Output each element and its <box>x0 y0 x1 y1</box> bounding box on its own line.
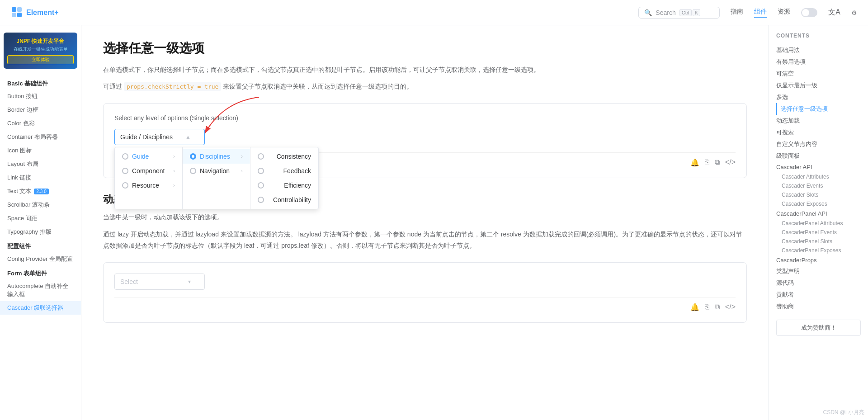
chevron-right-icon: › <box>241 168 243 174</box>
toc-search[interactable]: 可搜索 <box>776 127 861 138</box>
share-icon[interactable]: ⎘ <box>705 158 709 167</box>
copy-icon-2[interactable]: ⧉ <box>715 303 720 311</box>
banner-button[interactable]: 立即体验 <box>7 55 74 64</box>
sidebar-item-button[interactable]: Button 按钮 <box>0 90 81 103</box>
code-icon[interactable]: </> <box>725 158 736 167</box>
lang-switch[interactable]: 文A <box>828 8 840 17</box>
sidebar-item-config-provider[interactable]: Config Provider 全局配置 <box>0 252 81 266</box>
cascader-arrow-icon: ▲ <box>185 134 191 140</box>
toc-panel-exposes[interactable]: CascaderPanel Exposes <box>776 246 861 255</box>
toc-panel-events[interactable]: CascaderPanel Events <box>776 228 861 237</box>
sidebar-item-space[interactable]: Space 间距 <box>0 212 81 225</box>
cascader-item-feedback[interactable]: Feedback <box>250 164 318 178</box>
select-arrow-icon: ▾ <box>188 278 191 285</box>
cascader-item-resource[interactable]: Resource › <box>115 178 182 193</box>
nav-component[interactable]: 组件 <box>754 8 767 18</box>
nav-links: 指南 组件 资源 <box>731 8 790 18</box>
radio-disciplines <box>190 153 196 160</box>
toc-dynamic[interactable]: 动态加载 <box>776 115 861 127</box>
toc-cascader-api[interactable]: Cascader API <box>776 162 861 172</box>
toc-disabled[interactable]: 有禁用选项 <box>776 56 861 68</box>
theme-dot <box>802 9 809 16</box>
github-link[interactable]: ⚙ <box>851 9 857 16</box>
toc-basic[interactable]: 基础用法 <box>776 44 861 56</box>
toc-source[interactable]: 源代码 <box>776 277 861 289</box>
toc-custom-node[interactable]: 自定义节点内容 <box>776 138 861 150</box>
header: EIement+ 🔍 Search Ctrl K 指南 组件 资源 文A ⚙ <box>0 0 868 25</box>
toc-cascader-attrs[interactable]: Cascader Attributes <box>776 172 861 181</box>
toc-sponsors[interactable]: 赞助商 <box>776 301 861 312</box>
toc-cascader-events[interactable]: Cascader Events <box>776 181 861 190</box>
nav-resource[interactable]: 资源 <box>778 8 790 18</box>
nav-guide[interactable]: 指南 <box>731 8 743 18</box>
toc-clearable[interactable]: 可清空 <box>776 68 861 80</box>
select-input[interactable]: Select ▾ <box>114 274 205 290</box>
search-shortcut: Ctrl K <box>679 9 700 16</box>
demo-box-2: Select ▾ 🔔 ⎘ ⧉ </> <box>103 262 747 323</box>
toc-cascader-exposes[interactable]: Cascader Exposes <box>776 199 861 208</box>
group-title-config: 配置组件 <box>0 239 81 252</box>
sidebar-item-link[interactable]: Link 链接 <box>0 171 81 184</box>
toc-panel-slots[interactable]: CascaderPanel Slots <box>776 237 861 246</box>
theme-toggle[interactable] <box>801 8 817 17</box>
item-label: Component <box>132 167 165 175</box>
item-label: Efficiency <box>284 182 311 189</box>
toc-contributors[interactable]: 贡献者 <box>776 289 861 301</box>
sidebar-item-autocomplete[interactable]: Autocomplete 自动补全输入框 <box>0 279 81 301</box>
cascader-panel-2: Disciplines › Navigation › <box>183 147 250 209</box>
toc-cascader-props[interactable]: CascaderProps <box>776 255 861 265</box>
main-content: 选择任意一级选项 在单选模式下，你只能选择叶子节点；而在多选模式下，勾选父节点真… <box>81 25 769 420</box>
cascader-item-navigation[interactable]: Navigation › <box>183 164 250 178</box>
sidebar-item-typography[interactable]: Typography 排版 <box>0 225 81 239</box>
toc-type-decl[interactable]: 类型声明 <box>776 265 861 277</box>
chevron-right-icon: › <box>173 168 175 174</box>
toc-cascader-slots[interactable]: Cascader Slots <box>776 190 861 199</box>
toc-panel-attrs[interactable]: CascaderPanel Attributes <box>776 219 861 228</box>
demo-box-1: Select any level of options (Single sele… <box>103 103 747 178</box>
bell-icon[interactable]: 🔔 <box>690 158 699 167</box>
sidebar-item-scrollbar[interactable]: Scrollbar 滚动条 <box>0 198 81 212</box>
logo-icon <box>11 6 24 19</box>
section2-desc1: 当选中某一级时，动态加载该级下的选项。 <box>103 212 747 223</box>
search-icon: 🔍 <box>644 9 652 16</box>
sidebar-item-color[interactable]: Color 色彩 <box>0 117 81 130</box>
sidebar-item-container[interactable]: Container 布局容器 <box>0 130 81 144</box>
cascader-wrapper: Guide / Disciplines ▲ Guide › <box>114 129 205 145</box>
sidebar-item-border[interactable]: Border 边框 <box>0 103 81 117</box>
cascader-input[interactable]: Guide / Disciplines ▲ <box>114 129 205 145</box>
toc-title: CONTENTS <box>776 33 861 39</box>
copy-icon[interactable]: ⧉ <box>715 158 720 167</box>
watermark: CSDN @i 小月亮 <box>823 409 864 416</box>
toc-multi[interactable]: 多选 <box>776 91 861 103</box>
k-key: K <box>693 9 700 16</box>
toc-any-level[interactable]: 选择任意一级选项 <box>776 103 861 115</box>
sidebar-item-text[interactable]: Text 文本 2.3.0 <box>0 184 81 198</box>
group-title-basic: Basic 基础组件 <box>0 76 81 90</box>
jnpf-banner[interactable]: JNPF·快速开发平台 在线开发一键生成功能表单 立即体验 <box>4 33 77 69</box>
cascader-item-guide[interactable]: Guide › <box>115 149 182 164</box>
radio-guide <box>122 153 128 160</box>
cascader-item-controllability[interactable]: Controllability <box>250 193 318 207</box>
toc-last-level[interactable]: 仅显示最后一级 <box>776 80 861 91</box>
cascader-value: Guide / Disciplines <box>120 133 173 141</box>
sponsor-button[interactable]: 成为赞助商！ <box>776 320 861 336</box>
cascader-item-efficiency[interactable]: Efficiency <box>250 178 318 193</box>
code-icon-2[interactable]: </> <box>725 303 736 311</box>
cascader-item-disciplines[interactable]: Disciplines › <box>183 149 250 164</box>
search-box[interactable]: 🔍 Search Ctrl K <box>638 7 720 19</box>
bell-icon-2[interactable]: 🔔 <box>690 303 699 311</box>
cascader-panel-3: Consistency Feedback Efficiency Con <box>250 147 318 209</box>
share-icon-2[interactable]: ⎘ <box>705 303 709 311</box>
item-label: Feedback <box>283 167 311 175</box>
sidebar-item-cascader[interactable]: Cascader 级联选择器 <box>0 301 81 315</box>
sidebar-item-icon[interactable]: Icon 图标 <box>0 144 81 157</box>
logo[interactable]: EIement+ <box>11 6 59 19</box>
cascader-item-component[interactable]: Component › <box>115 164 182 178</box>
radio-controllability <box>258 197 264 203</box>
version-badge: 2.3.0 <box>34 189 48 194</box>
toc-panel[interactable]: 级联面板 <box>776 150 861 162</box>
toc-panel-api[interactable]: CascaderPanel API <box>776 208 861 219</box>
cascader-item-consistency[interactable]: Consistency <box>250 149 318 164</box>
sidebar-item-layout[interactable]: Layout 布局 <box>0 157 81 171</box>
page-title: 选择任意一级选项 <box>103 40 747 57</box>
